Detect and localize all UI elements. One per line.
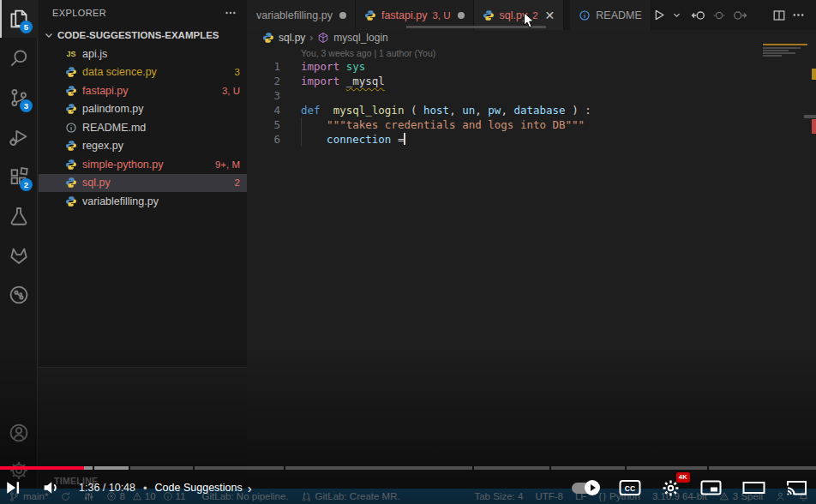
activitybar-badge: 5 bbox=[20, 21, 33, 33]
volume-icon[interactable] bbox=[41, 478, 60, 497]
folder-section-label: CODE-SUGGESTIONS-EXAMPLES bbox=[57, 30, 219, 40]
split-editor-icon[interactable] bbox=[772, 9, 786, 22]
file-row-simple-python-py[interactable]: simple-python.py9+, M bbox=[39, 155, 247, 174]
minimap[interactable] bbox=[763, 44, 807, 57]
python-file-icon bbox=[64, 177, 78, 189]
miniplayer-icon[interactable] bbox=[700, 479, 722, 496]
code-line-5[interactable]: 5 """takes credentials and logs into DB"… bbox=[248, 117, 796, 132]
python-file-icon bbox=[64, 140, 78, 152]
chapter-separator-dot: • bbox=[143, 482, 147, 495]
file-name: sql.py bbox=[82, 177, 230, 189]
problem-badge: 9+, M bbox=[215, 159, 240, 170]
code-line-4[interactable]: 4def mysql_login ( host, un, pw, databas… bbox=[248, 103, 796, 117]
line-number: 4 bbox=[248, 103, 280, 117]
progress-segment bbox=[130, 466, 193, 470]
file-row-data-science-py[interactable]: data science.py3 bbox=[39, 63, 247, 82]
progress-segment bbox=[0, 466, 84, 470]
file-row-regex-py[interactable]: regex.py bbox=[39, 137, 247, 156]
tab-label: sql.py bbox=[500, 9, 528, 21]
symbol-class-icon bbox=[317, 32, 329, 44]
overview-ruler-warning-marker bbox=[812, 69, 816, 80]
autoplay-knob bbox=[585, 480, 600, 495]
previous-change-icon[interactable] bbox=[691, 8, 706, 23]
player-settings-icon[interactable]: 4K bbox=[662, 479, 680, 497]
theater-mode-icon[interactable] bbox=[742, 479, 765, 496]
breadcrumb-file[interactable]: sql.py bbox=[279, 32, 305, 44]
video-progress-bar[interactable] bbox=[0, 466, 816, 470]
code-text: """takes credentials and logs into DB""" bbox=[301, 117, 585, 132]
python-file-icon bbox=[364, 9, 376, 21]
file-row-api-js[interactable]: JSapi.js bbox=[39, 45, 247, 63]
sidebar-lower-pane: TIMELINE bbox=[39, 367, 247, 489]
activitybar-item-explorer[interactable]: 5 bbox=[0, 0, 38, 38]
line-number: 2 bbox=[248, 74, 280, 88]
activitybar-item-search[interactable] bbox=[0, 39, 38, 77]
captions-icon[interactable]: CC bbox=[619, 479, 641, 496]
tab-label: README bbox=[596, 9, 641, 21]
tabbar-scrollbar[interactable] bbox=[406, 26, 546, 28]
chapter-title[interactable]: Code Suggestions bbox=[155, 482, 243, 494]
activitybar-badge: 2 bbox=[20, 178, 33, 191]
activitybar-item-testing[interactable] bbox=[0, 197, 38, 235]
autoplay-toggle[interactable] bbox=[572, 483, 598, 494]
more-actions-icon[interactable] bbox=[792, 9, 805, 21]
code-area[interactable]: You, 3 weeks ago | 1 author (You) 1impor… bbox=[248, 46, 796, 147]
activitybar-item-accounts[interactable] bbox=[0, 414, 38, 452]
file-row-fastapi-py[interactable]: fastapi.py3, U bbox=[39, 81, 247, 100]
javascript-file-icon: JS bbox=[64, 50, 78, 58]
file-list: JSapi.jsdata science.py3fastapi.py3, Upa… bbox=[39, 45, 247, 211]
explorer-title: EXPLORER bbox=[52, 8, 106, 18]
tab-problem-badge: 3, U bbox=[432, 10, 450, 21]
run-dropdown-chevron-icon[interactable] bbox=[672, 10, 681, 20]
unsaved-dot-icon[interactable] bbox=[458, 12, 465, 19]
quality-badge: 4K bbox=[676, 472, 690, 483]
line-number: 6 bbox=[248, 132, 280, 147]
search-icon bbox=[9, 48, 29, 69]
python-file-icon bbox=[64, 66, 78, 78]
file-row-sql-py[interactable]: sql.py2 bbox=[39, 174, 247, 193]
breadcrumb-symbol[interactable]: mysql_login bbox=[333, 32, 387, 44]
activitybar-item-source-control[interactable]: 3 bbox=[0, 79, 38, 117]
info-file-icon bbox=[64, 122, 78, 134]
breadcrumb-separator: › bbox=[309, 32, 313, 44]
code-text: connection = bbox=[301, 132, 405, 147]
folder-section-header[interactable]: CODE-SUGGESTIONS-EXAMPLES bbox=[39, 26, 247, 45]
file-name: README.md bbox=[82, 122, 240, 134]
file-name: fastapi.py bbox=[82, 85, 217, 97]
code-text: import _mysql bbox=[301, 74, 385, 88]
next-change-icon[interactable] bbox=[732, 8, 747, 23]
progress-segment bbox=[551, 466, 625, 470]
change-marker-icon[interactable] bbox=[712, 9, 726, 22]
progress-segment bbox=[94, 466, 129, 470]
run-python-file-icon[interactable] bbox=[651, 8, 666, 22]
cast-icon[interactable] bbox=[786, 479, 807, 496]
code-line-2[interactable]: 2import _mysql bbox=[248, 74, 796, 88]
explorer-header: EXPLORER bbox=[39, 0, 247, 26]
close-tab-icon[interactable]: ✕ bbox=[545, 9, 555, 22]
activitybar-item-run-debug[interactable] bbox=[0, 118, 38, 156]
file-row-variablefilling-py[interactable]: variablefilling.py bbox=[39, 192, 247, 211]
tab-readme[interactable]: README bbox=[570, 0, 651, 30]
file-row-palindrom-py[interactable]: palindrom.py bbox=[39, 100, 247, 119]
gitlab-icon bbox=[9, 245, 29, 266]
chevron-down-icon bbox=[42, 28, 56, 42]
next-video-icon[interactable] bbox=[3, 478, 22, 497]
activitybar-item-gitlab[interactable] bbox=[0, 237, 38, 274]
beaker-icon bbox=[9, 206, 29, 226]
code-line-1[interactable]: 1import sys bbox=[248, 59, 796, 74]
problem-badge: 3 bbox=[235, 67, 240, 77]
file-name: regex.py bbox=[82, 140, 240, 152]
code-text: import sys bbox=[301, 59, 365, 74]
code-line-3[interactable]: 3 bbox=[248, 88, 796, 103]
file-row-readme-md[interactable]: README.md bbox=[39, 118, 247, 137]
unsaved-dot-icon[interactable] bbox=[339, 12, 346, 19]
python-file-icon bbox=[483, 9, 495, 21]
activitybar-item-gitlab-workflow[interactable] bbox=[0, 276, 38, 314]
svg-text:CC: CC bbox=[625, 484, 635, 493]
tab-variablefilling-py[interactable]: variablefilling.py bbox=[248, 0, 356, 30]
code-line-6[interactable]: 6 connection = bbox=[248, 132, 796, 147]
explorer-more-actions-icon[interactable] bbox=[225, 7, 237, 19]
activitybar-item-extensions[interactable]: 2 bbox=[0, 158, 38, 195]
gitlab-workflow-icon bbox=[9, 285, 29, 305]
chapter-chevron-icon[interactable]: › bbox=[248, 481, 252, 495]
